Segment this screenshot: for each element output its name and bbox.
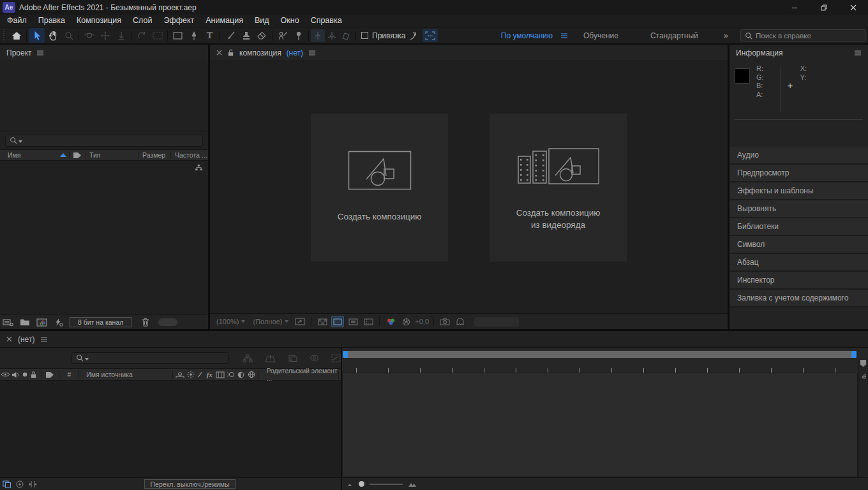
roto-brush-tool[interactable] (274, 28, 290, 43)
home-button[interactable] (8, 28, 24, 43)
hand-tool[interactable] (45, 28, 61, 43)
label-column[interactable] (43, 371, 57, 378)
timeline-zoom-track[interactable] (370, 484, 403, 485)
zoom-tool[interactable] (61, 28, 77, 43)
trash-icon[interactable] (142, 318, 149, 327)
motion-blur-switch[interactable] (225, 371, 236, 378)
close-button[interactable] (839, 0, 868, 15)
panel-tab-inspector[interactable]: Инспектор (730, 272, 868, 290)
rotation-tool[interactable] (133, 28, 149, 43)
unlock-icon[interactable] (227, 48, 234, 57)
composition-tab[interactable]: композиция (нет) (210, 45, 728, 61)
timeline-zoom-slider[interactable] (359, 481, 364, 487)
frame-blend-switch[interactable] (214, 371, 225, 378)
region-of-interest-button[interactable] (347, 316, 359, 327)
frame-blending-icon[interactable] (310, 354, 319, 362)
help-search-box[interactable] (740, 29, 865, 41)
column-size[interactable]: Размер (138, 151, 170, 159)
color-depth-icon[interactable] (54, 318, 63, 327)
timeline-search-box[interactable] (71, 352, 228, 364)
zoom-out-mountain-icon[interactable] (347, 482, 354, 487)
track-area[interactable] (342, 373, 858, 477)
new-folder-icon[interactable] (20, 318, 30, 326)
column-rate[interactable]: Частота ... (171, 151, 208, 159)
axis-mode-world[interactable] (325, 29, 339, 42)
exposure-value[interactable]: +0,0 (415, 318, 429, 325)
workspace-menu-icon[interactable] (560, 33, 568, 39)
create-composition-button[interactable]: Создать композицию (311, 114, 448, 262)
panel-tab-libraries[interactable]: Библиотеки (730, 218, 868, 236)
resolution-dropdown[interactable]: (Полное) (250, 318, 291, 325)
mask-visibility-button[interactable] (331, 316, 344, 327)
adjustment-layer-switch[interactable] (236, 371, 246, 378)
take-snapshot-button[interactable] (438, 316, 451, 327)
app-logo-icon[interactable]: Ae (3, 2, 15, 13)
minimize-button[interactable] (780, 0, 809, 15)
workspace-standard[interactable]: Стандартный (638, 31, 715, 40)
guides-button[interactable] (362, 316, 375, 327)
exposure-reset-button[interactable] (400, 316, 412, 327)
magnification-dropdown[interactable]: (100%) (214, 318, 248, 325)
restore-button[interactable] (809, 0, 839, 15)
dolly-camera-tool[interactable] (113, 28, 129, 43)
column-label[interactable] (70, 152, 85, 159)
vertical-scrollbar[interactable] (858, 358, 868, 477)
project-tab[interactable]: Проект (0, 45, 208, 61)
timeline-tab-close-icon[interactable] (6, 336, 12, 342)
snap-options-icon[interactable] (409, 31, 419, 40)
menu-effect[interactable]: Эффект (158, 15, 200, 27)
expand-transfer-controls-icon[interactable] (16, 480, 24, 488)
selection-tool[interactable] (29, 28, 45, 43)
panel-tab-paragraph[interactable]: Абзац (730, 254, 868, 272)
expand-layer-switches-icon[interactable] (3, 480, 11, 488)
menu-file[interactable]: Файл (1, 15, 33, 27)
workspace-learn[interactable]: Обучение (571, 31, 635, 40)
parent-column[interactable]: Родительский элемент ... (261, 367, 338, 382)
number-column[interactable]: # (61, 371, 77, 378)
graph-editor-icon[interactable] (331, 354, 341, 362)
panel-tab-align[interactable]: Выровнять (730, 200, 868, 218)
panel-tab-preview[interactable]: Предпросмотр (730, 165, 868, 182)
layer-list-area[interactable] (0, 381, 341, 477)
effects-switch[interactable]: fx (204, 371, 215, 378)
composition-panel-menu-icon[interactable] (308, 50, 316, 56)
info-panel-tab[interactable]: Информация (730, 45, 868, 61)
menu-layer[interactable]: Слой (127, 15, 158, 27)
comp-marker-mini-icon[interactable] (860, 373, 867, 380)
panel-tab-character[interactable]: Символ (730, 236, 868, 254)
snapping-checkbox[interactable] (361, 32, 368, 39)
info-panel-menu-icon[interactable] (854, 50, 862, 56)
column-name[interactable]: Имя (0, 151, 69, 159)
shy-layers-icon[interactable] (288, 354, 297, 362)
panel-tab-content-aware-fill[interactable]: Заливка с учетом содержимого (730, 290, 868, 308)
clone-stamp-tool[interactable] (238, 28, 254, 43)
selection-brackets-button[interactable] (423, 29, 438, 42)
orbit-camera-tool[interactable] (81, 28, 97, 43)
collapse-switch[interactable] (186, 371, 197, 378)
draft-3d-icon[interactable] (265, 354, 276, 362)
pen-tool[interactable] (186, 28, 202, 43)
time-ruler[interactable] (342, 360, 857, 373)
work-area-bar[interactable] (343, 351, 857, 358)
menu-window[interactable]: Окно (275, 15, 305, 27)
toggle-switches-modes-button[interactable]: Перекл. выключ./режимы (144, 479, 236, 489)
menu-animation[interactable]: Анимация (200, 15, 249, 27)
rectangle-tool[interactable] (170, 28, 186, 43)
timeline-panel-menu-icon[interactable] (40, 336, 48, 343)
type-tool[interactable]: T (202, 28, 218, 43)
bit-depth-button[interactable]: 8 бит на канал (70, 317, 131, 327)
column-type[interactable]: Тип (86, 151, 138, 159)
zoom-in-mountains-icon[interactable] (408, 481, 417, 487)
panel-tab-audio[interactable]: Аудио (730, 147, 868, 165)
source-name-column[interactable]: Имя источника (81, 371, 170, 378)
create-composition-from-footage-button[interactable]: Создать композицию из видеоряда (490, 114, 627, 262)
transparency-grid-button[interactable] (316, 316, 329, 327)
marker-bin-icon[interactable] (860, 359, 867, 368)
lock-column[interactable] (29, 371, 39, 378)
project-items-area[interactable] (0, 161, 208, 315)
solo-column[interactable] (20, 372, 29, 377)
project-panel-menu-icon[interactable] (36, 50, 44, 56)
brush-tool[interactable] (222, 28, 238, 43)
expand-in-out-panes-icon[interactable] (29, 480, 37, 488)
axis-mode-local[interactable] (311, 29, 325, 42)
